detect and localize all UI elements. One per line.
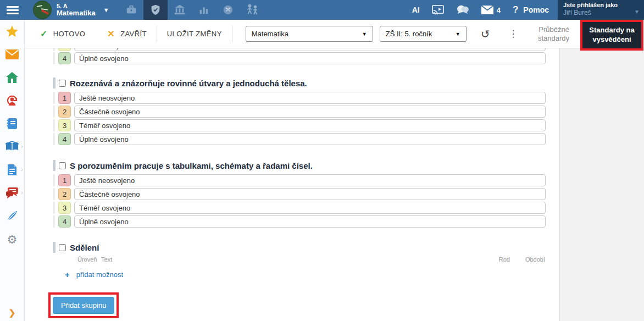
screencast-icon[interactable] <box>432 4 444 15</box>
level-row: 1 <box>53 92 559 104</box>
level-text-input[interactable] <box>74 188 546 200</box>
level-text-input[interactable] <box>74 52 546 64</box>
tab-running-line2: standardy <box>538 34 569 43</box>
row-drag-handle[interactable] <box>53 202 55 214</box>
level-text-input[interactable] <box>74 174 546 186</box>
notebook-icon <box>6 118 18 130</box>
group-checkbox[interactable] <box>59 244 66 251</box>
sidebar-item-settings[interactable]: ⚙ <box>0 228 24 251</box>
shield-check-icon[interactable] <box>143 0 168 20</box>
sidebar-item-documents[interactable]: › <box>0 158 24 181</box>
help-label: Pomoc <box>523 5 549 14</box>
level-text-input[interactable] <box>74 106 546 118</box>
row-drag-handle[interactable] <box>53 52 55 64</box>
level-text-input[interactable] <box>74 48 546 51</box>
level-row: 1 <box>53 174 559 186</box>
plus-icon: + <box>65 270 70 279</box>
sidebar-item-student[interactable] <box>0 89 24 112</box>
column-period: Období <box>525 256 545 263</box>
level-row: 2 <box>53 188 559 200</box>
tab-report-card-standards[interactable]: Standardy na vysvědčení <box>582 22 641 48</box>
logged-in-as-label: Jste přihlášen jako <box>563 2 640 8</box>
group-drag-handle[interactable] <box>53 78 55 88</box>
row-drag-handle[interactable] <box>53 48 55 51</box>
subject-select[interactable]: Matematika ▼ <box>246 26 373 42</box>
row-drag-handle[interactable] <box>53 188 55 200</box>
user-dropdown-caret-icon: ▼ <box>634 9 640 15</box>
level-text-input[interactable] <box>74 215 546 228</box>
chat-bubbles-icon[interactable] <box>456 4 469 15</box>
level-row: 4 <box>53 133 559 145</box>
row-drag-handle[interactable] <box>53 174 55 186</box>
app-window: 5. A Matematika ▼ AI <box>0 0 644 321</box>
gear-icon: ⚙ <box>7 234 18 245</box>
sidebar-item-messages[interactable]: › <box>0 181 24 204</box>
save-changes-button[interactable]: ULOŽIT ZMĚNY <box>164 25 225 42</box>
column-text: Text <box>101 256 112 263</box>
sidebar-item-mail[interactable] <box>0 43 24 66</box>
question-mark-icon: ? <box>513 4 518 15</box>
class-selector[interactable]: 5. A Matematika <box>57 3 96 17</box>
level-text-input[interactable] <box>74 92 546 104</box>
pen-icon <box>5 209 19 223</box>
bar-chart-icon[interactable] <box>192 0 216 20</box>
mail-icon <box>5 49 19 59</box>
message-count-badge: 4 <box>497 6 501 14</box>
level-badge: 3 <box>58 119 71 131</box>
standards-editor-content: 3 4 Rozeznává a znázorňuje rovinné útvar… <box>25 48 559 321</box>
tab-running-line1: Průběžné <box>538 25 569 34</box>
row-drag-handle[interactable] <box>53 106 55 118</box>
more-options-icon[interactable]: ⋮ <box>508 28 518 40</box>
partial-cut-row: 3 <box>25 48 559 52</box>
user-name: Jiří Bureš <box>563 9 640 16</box>
sidebar-item-home[interactable] <box>0 66 24 89</box>
tab-final-line1: Standardy na <box>587 26 636 35</box>
level-text-input[interactable] <box>74 119 546 131</box>
briefcase-icon[interactable] <box>119 0 143 20</box>
school-logo[interactable] <box>33 1 52 19</box>
right-empty-panel <box>559 48 644 321</box>
toolbar-divider <box>232 26 232 42</box>
row-drag-handle[interactable] <box>53 92 55 104</box>
row-drag-handle[interactable] <box>53 215 55 228</box>
help-button[interactable]: ? Pomoc <box>513 4 549 15</box>
sidebar-item-subjects[interactable]: › <box>0 135 24 158</box>
grade-select[interactable]: ZŠ II: 5. ročník ▼ <box>380 26 467 42</box>
activity-badge-icon[interactable] <box>216 0 240 20</box>
group-checkbox[interactable] <box>59 80 66 87</box>
group-drag-handle[interactable] <box>53 242 55 253</box>
level-text-input[interactable] <box>74 202 546 214</box>
star-icon <box>5 25 19 38</box>
level-badge: 4 <box>58 215 71 228</box>
add-option-link[interactable]: + přidat možnost <box>65 270 559 279</box>
group-checkbox[interactable] <box>59 162 66 169</box>
sidebar-item-gradebook[interactable] <box>0 112 24 135</box>
row-drag-handle[interactable] <box>53 119 55 131</box>
add-option-label: přidat možnost <box>76 270 123 279</box>
history-icon[interactable]: ↺ <box>481 29 490 40</box>
messages-icon[interactable]: 4 <box>481 5 501 14</box>
level-badge: 1 <box>58 92 71 104</box>
hamburger-menu-icon[interactable] <box>0 0 25 20</box>
done-button[interactable]: ✓ HOTOVO <box>37 24 88 43</box>
row-drag-handle[interactable] <box>53 133 55 145</box>
class-dropdown-caret-icon[interactable]: ▼ <box>103 7 109 13</box>
close-button[interactable]: ✕ ZAVŘÍT <box>104 24 149 43</box>
ai-button[interactable]: AI <box>412 5 420 14</box>
level-text-input[interactable] <box>74 133 546 145</box>
level-row: 4 <box>53 52 559 64</box>
hikers-icon[interactable] <box>240 0 264 20</box>
tab-running-standards[interactable]: Průběžné standardy <box>538 25 569 43</box>
sidebar-expand-chevron[interactable]: ❯ <box>0 308 24 318</box>
group-drag-handle[interactable] <box>53 160 55 171</box>
top-navigation-bar: 5. A Matematika ▼ AI <box>0 0 644 20</box>
bank-columns-icon[interactable] <box>168 0 192 20</box>
add-group-button[interactable]: Přidat skupinu <box>53 297 114 314</box>
sidebar-item-notes[interactable] <box>0 204 24 228</box>
select-caret-icon: ▼ <box>450 31 460 37</box>
user-menu[interactable]: Jste přihlášen jako Jiří Bureš ▼ <box>558 0 644 20</box>
sidebar-item-favorites[interactable] <box>0 20 24 43</box>
close-label: ZAVŘÍT <box>120 30 147 38</box>
subject-select-value: Matematika <box>252 30 288 38</box>
select-caret-icon: ▼ <box>357 31 367 37</box>
